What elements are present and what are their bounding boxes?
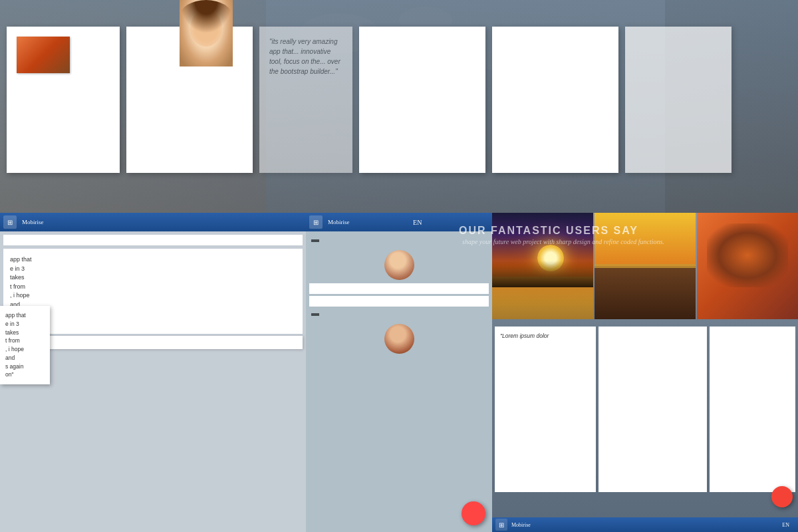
add-button-right[interactable] [771,486,793,507]
start-btn-right[interactable]: ⊞ [495,519,507,531]
testimonial-card-5 [492,27,618,173]
builder-area: ⊞ Mobirise app that e in 3 takes t from … [0,213,798,532]
photo-ground [595,266,696,319]
section-header [0,0,798,10]
bottom-cards-row: "Lorem ipsum dolor [492,324,798,495]
photo-waterline [595,264,696,268]
taskbar-app-right: Mobirise [511,522,531,528]
lorem-card: "Lorem ipsum dolor [495,327,596,492]
editor-right-panel: "Lorem ipsum dolor ⊞ Mobirise EN [492,213,798,532]
block-avatar-container-2 [309,324,489,354]
cloud-dark [707,223,788,287]
testimonial-text-partial: "its really very amazing app that... inn… [269,37,342,76]
taskbar-top-2: ⊞ Mobirise EN [306,213,492,231]
photo-row [492,213,798,323]
hair [180,0,233,33]
editor-filler-text [309,296,489,307]
add-block-button[interactable] [462,501,485,525]
lorem-label: "Lorem ipsum dolor [500,332,591,340]
testimonial-card-6 [625,27,732,173]
block-avatar-1 [384,250,414,280]
testimonial-card-1 [7,27,120,173]
thumbnail-image [17,37,70,73]
photo-sunset [492,213,593,319]
start-button-1[interactable]: ⊞ [3,215,17,229]
top-section: "its really very amazing app that... inn… [0,0,798,213]
bottom-card-5 [710,327,795,492]
block-editor-body [306,231,492,532]
bottom-card-4 [598,327,707,492]
testimonial-card-3: "its really very amazing app that... inn… [259,27,352,173]
avatar-face-2 [384,324,414,354]
taskbar-bottom-right: ⊞ Mobirise EN [492,517,798,532]
start-button-2[interactable]: ⊞ [309,215,323,229]
landscape-silhouette [492,261,593,287]
portrait-face [180,0,233,66]
taskbar-app-label: Mobirise [22,219,44,225]
mobirise-header [3,235,303,245]
taskbar-top-1: ⊞ Mobirise [0,213,306,231]
avatar-face-1 [384,250,414,280]
subtitle-text: shape your future web project with sharp… [462,238,664,245]
partial-left-card: app that e in 3 takes t from , i hope an… [0,306,50,384]
editor-testimonial-1 [309,283,489,294]
portrait-card [173,0,239,66]
block-6-label[interactable] [311,313,319,316]
editor-center-panel: ⊞ Mobirise EN [306,213,492,532]
lang-display-2: EN [413,219,422,226]
photo-landscape [595,213,696,319]
block-1-label[interactable] [311,239,319,242]
add-button-area [492,496,798,516]
block-avatar-2 [384,324,414,354]
center-app-label: Mobirise [328,219,350,225]
lang-right: EN [782,522,789,528]
block-avatar-container-1 [309,250,489,280]
testimonial-card-4 [359,27,485,173]
photo-dark [697,213,798,319]
testimonials-row: "its really very amazing app that... inn… [0,23,798,176]
